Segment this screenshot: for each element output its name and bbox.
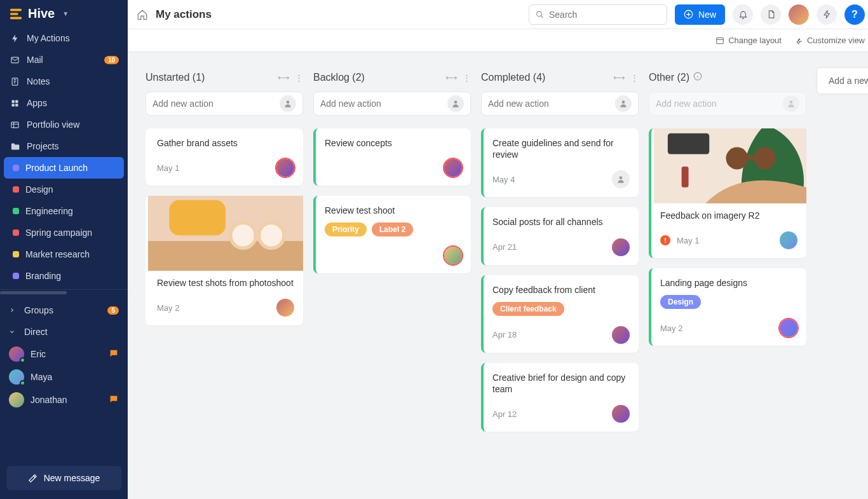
brand[interactable]: Hive ▼ <box>0 0 128 27</box>
card-tags: PriorityLabel 2 <box>325 222 462 236</box>
add-action-row[interactable] <box>481 92 639 116</box>
column-actions: ⟷⋮ <box>445 73 471 83</box>
kanban-card[interactable]: Creative brief for design and copy teamA… <box>481 363 639 432</box>
add-action-input[interactable] <box>320 99 441 109</box>
card-tag[interactable]: Label 2 <box>372 222 413 236</box>
add-action-row[interactable] <box>146 92 303 116</box>
nav-item-projects[interactable]: Projects <box>0 135 128 157</box>
dm-item-eric[interactable]: Eric <box>0 343 128 366</box>
add-column-button[interactable]: Add a new <box>817 67 868 94</box>
info-icon[interactable] <box>693 72 702 83</box>
kanban-card[interactable]: Copy feedback from clientClient feedback… <box>481 275 639 353</box>
nav-label: Projects <box>27 141 59 151</box>
dm-item-maya[interactable]: Maya <box>0 366 128 388</box>
sidebar-direct[interactable]: Direct <box>0 321 128 343</box>
assignee-avatar[interactable] <box>612 405 630 423</box>
svg-point-18 <box>259 223 284 249</box>
kanban-card[interactable]: Create guidelines and send for reviewMay… <box>481 128 639 197</box>
more-options-icon[interactable]: ⋮ <box>295 73 303 83</box>
kanban-card[interactable]: Review concepts <box>313 128 471 186</box>
kanban-card[interactable]: Social posts for all channelsApr 21 <box>481 207 639 264</box>
assignee-avatar[interactable] <box>276 299 294 317</box>
assign-person-button[interactable] <box>280 95 296 112</box>
brand-name: Hive <box>28 6 55 21</box>
home-icon[interactable] <box>137 9 148 20</box>
dm-item-jonathan[interactable]: Jonathan <box>0 388 128 411</box>
new-button[interactable]: New <box>675 4 725 25</box>
card-tag[interactable]: Design <box>660 295 701 309</box>
help-button[interactable]: ? <box>844 4 865 25</box>
assignee-avatar[interactable] <box>612 326 630 344</box>
svg-rect-0 <box>10 8 22 11</box>
kanban-card[interactable]: Gather brand assetsMay 1 <box>146 128 303 186</box>
search-box[interactable] <box>529 4 667 25</box>
dm-name: Eric <box>31 349 46 359</box>
project-color-dot <box>13 208 19 214</box>
unassigned-avatar[interactable] <box>612 170 630 188</box>
resize-handle-icon[interactable]: ⟷ <box>278 73 290 83</box>
activity-button[interactable] <box>817 4 837 25</box>
alert-icon: ! <box>660 235 670 245</box>
nav-item-my-actions[interactable]: My Actions <box>0 27 128 49</box>
assignee-avatar[interactable] <box>444 247 462 264</box>
assignee-avatar[interactable] <box>276 159 294 177</box>
project-color-dot <box>13 165 19 171</box>
nav-label: Apps <box>27 98 47 108</box>
project-item-design[interactable]: Design <box>0 179 128 200</box>
nav-item-notes[interactable]: Notes <box>0 71 128 92</box>
more-options-icon[interactable]: ⋮ <box>463 73 471 83</box>
project-item-engineering[interactable]: Engineering <box>0 200 128 222</box>
column-header: Unstarted (1)⟷⋮ <box>146 67 303 88</box>
resize-handle-icon[interactable]: ⟷ <box>445 73 458 83</box>
svg-rect-19 <box>254 233 261 237</box>
project-item-product-launch[interactable]: Product Launch <box>4 157 124 179</box>
card-tag[interactable]: Priority <box>325 222 367 236</box>
unread-chat-icon <box>109 348 119 360</box>
nav-item-apps[interactable]: Apps <box>0 92 128 114</box>
nav-item-mail[interactable]: Mail10 <box>0 49 128 71</box>
kanban-card[interactable]: Feedback on imagery R2!May 1 <box>649 128 806 258</box>
card-tags: Client feedback <box>492 302 630 316</box>
search-input[interactable] <box>549 10 660 20</box>
notifications-button[interactable] <box>733 4 753 25</box>
svg-rect-7 <box>11 104 14 106</box>
add-action-input[interactable] <box>153 99 273 109</box>
assignee-avatar[interactable] <box>780 319 797 337</box>
nav-badge: 10 <box>104 56 119 64</box>
status-online-dot <box>20 380 25 386</box>
kanban-card[interactable]: Review test shots from photoshootMay 2 <box>146 196 303 325</box>
chevron-down-icon <box>9 327 18 337</box>
kanban-card[interactable]: Review test shootPriorityLabel 2 <box>313 196 471 273</box>
assignee-avatar[interactable] <box>612 238 630 256</box>
project-item-spring-campaign[interactable]: Spring campaign <box>0 222 128 243</box>
column-header: Backlog (2)⟷⋮ <box>313 67 471 88</box>
svg-rect-2 <box>10 17 22 19</box>
new-message-button[interactable]: New message <box>6 466 121 490</box>
assignee-avatar[interactable] <box>780 231 797 249</box>
card-footer: !May 1 <box>660 231 797 249</box>
assign-person-button[interactable] <box>615 95 632 112</box>
card-title: Review test shots from photoshoot <box>157 277 294 289</box>
project-item-branding[interactable]: Branding <box>0 265 128 287</box>
documents-button[interactable] <box>761 4 781 25</box>
assignee-avatar[interactable] <box>444 159 462 177</box>
nav-item-portfolio-view[interactable]: Portfolio view <box>0 114 128 135</box>
resize-handle-icon[interactable]: ⟷ <box>613 73 625 83</box>
svg-point-13 <box>287 100 290 104</box>
svg-point-17 <box>231 223 256 249</box>
dm-avatar <box>9 369 24 385</box>
brand-dropdown-caret[interactable]: ▼ <box>62 10 69 17</box>
project-item-market-research[interactable]: Market research <box>0 243 128 265</box>
user-avatar[interactable] <box>789 4 809 25</box>
add-action-input[interactable] <box>488 99 609 109</box>
svg-point-22 <box>620 177 623 180</box>
add-action-row[interactable] <box>313 92 471 116</box>
sidebar-groups[interactable]: Groups 5 <box>0 299 128 321</box>
card-tag[interactable]: Client feedback <box>492 302 564 316</box>
kanban-card[interactable]: Landing page designsDesignMay 2 <box>649 268 806 346</box>
change-layout-button[interactable]: Change layout <box>715 36 782 45</box>
bell-icon <box>738 10 748 19</box>
customize-view-button[interactable]: Customize view <box>794 36 865 45</box>
assign-person-button[interactable] <box>447 95 464 112</box>
more-options-icon[interactable]: ⋮ <box>630 73 639 83</box>
